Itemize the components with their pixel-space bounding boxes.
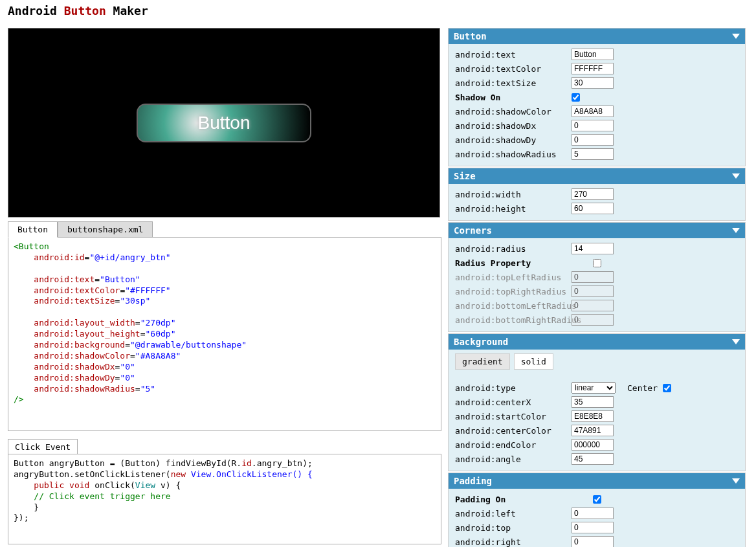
lbl-bg-type: android:type bbox=[455, 383, 572, 393]
lbl-textsize: android:textSize bbox=[455, 78, 572, 88]
tab-buttonshape-xml[interactable]: buttonshape.xml bbox=[58, 221, 153, 238]
tab-button-xml[interactable]: Button bbox=[8, 221, 58, 238]
select-bg-type[interactable]: linear bbox=[572, 382, 616, 394]
panel-corners-header[interactable]: Corners bbox=[449, 223, 745, 238]
input-radius[interactable] bbox=[572, 243, 614, 254]
chevron-down-icon bbox=[732, 339, 740, 344]
panel-corners: Corners android:radius Radius Property a… bbox=[448, 222, 746, 332]
preview-canvas: Button bbox=[8, 28, 440, 218]
input-shadowdx[interactable] bbox=[572, 120, 614, 131]
check-shadow-on[interactable] bbox=[572, 93, 580, 102]
lbl-bl-radius: android:bottomLeftRadius bbox=[455, 301, 572, 311]
check-center[interactable] bbox=[663, 384, 671, 392]
input-height[interactable] bbox=[572, 203, 614, 214]
lbl-text: android:text bbox=[455, 50, 572, 60]
input-angle[interactable] bbox=[572, 453, 614, 465]
input-shadowdy[interactable] bbox=[572, 134, 614, 146]
lbl-pad-top: android:top bbox=[455, 523, 572, 533]
input-textsize[interactable] bbox=[572, 77, 614, 89]
panel-button-header[interactable]: Button bbox=[449, 28, 745, 44]
panel-background-header[interactable]: Background bbox=[449, 334, 745, 350]
input-text[interactable] bbox=[572, 49, 614, 60]
lbl-centercolor: android:centerColor bbox=[455, 426, 572, 436]
panel-size: Size android:width android:height bbox=[448, 168, 746, 221]
input-pad-right[interactable] bbox=[572, 536, 614, 547]
lbl-radius: android:radius bbox=[455, 244, 572, 254]
click-event-header: Click Event bbox=[8, 439, 78, 454]
lbl-centerx: android:centerX bbox=[455, 397, 572, 407]
lbl-br-radius: android:bottomRightRadius bbox=[455, 315, 572, 325]
check-padding-on[interactable] bbox=[593, 495, 601, 504]
lbl-angle: android:angle bbox=[455, 454, 572, 464]
lbl-radius-prop: Radius Property bbox=[455, 258, 572, 268]
click-code-box: Button angryButton = (Button) findViewBy… bbox=[8, 454, 441, 544]
lbl-pad-right: android:right bbox=[455, 537, 572, 547]
lbl-startcolor: android:startColor bbox=[455, 412, 572, 421]
input-centercolor[interactable] bbox=[572, 425, 614, 436]
lbl-shadowdx: android:shadowDx bbox=[455, 121, 572, 131]
input-shadowradius[interactable] bbox=[572, 148, 614, 160]
input-textcolor[interactable] bbox=[572, 63, 614, 74]
page-title: Android Button Maker bbox=[0, 0, 756, 17]
input-centerx[interactable] bbox=[572, 396, 614, 408]
chevron-down-icon bbox=[732, 173, 740, 179]
input-startcolor[interactable] bbox=[572, 410, 614, 422]
input-tl-radius bbox=[572, 271, 614, 283]
input-br-radius bbox=[572, 314, 614, 326]
xml-code-box: <Button android:id="@+id/angry_btn" andr… bbox=[8, 237, 441, 431]
panel-background: Background gradient solid android:type l… bbox=[448, 333, 746, 471]
preview-button[interactable]: Button bbox=[137, 104, 311, 142]
lbl-tr-radius: android:topRightRadius bbox=[455, 287, 572, 296]
lbl-pad-left: android:left bbox=[455, 509, 572, 519]
lbl-padding-on: Padding On bbox=[455, 495, 572, 504]
chevron-down-icon bbox=[732, 478, 740, 484]
chevron-down-icon bbox=[732, 228, 740, 233]
lbl-center: Center bbox=[627, 383, 658, 393]
input-bl-radius bbox=[572, 300, 614, 311]
lbl-shadowdy: android:shadowDy bbox=[455, 135, 572, 145]
check-radius-prop[interactable] bbox=[593, 259, 601, 267]
panel-padding-header[interactable]: Padding bbox=[449, 473, 745, 489]
input-pad-top[interactable] bbox=[572, 522, 614, 533]
panel-button: Button android:text android:textColor an… bbox=[448, 28, 746, 166]
lbl-endcolor: android:endColor bbox=[455, 440, 572, 450]
lbl-width: android:width bbox=[455, 190, 572, 199]
input-shadowcolor[interactable] bbox=[572, 106, 614, 117]
panel-padding: Padding Padding On android:left android:… bbox=[448, 473, 746, 547]
input-pad-left[interactable] bbox=[572, 508, 614, 519]
lbl-shadowradius: android:shadowRadius bbox=[455, 150, 572, 159]
input-width[interactable] bbox=[572, 188, 614, 200]
lbl-textcolor: android:textColor bbox=[455, 64, 572, 74]
input-tr-radius bbox=[572, 285, 614, 297]
lbl-tl-radius: android:topLeftRadius bbox=[455, 273, 572, 282]
tab-gradient[interactable]: gradient bbox=[455, 353, 510, 370]
input-endcolor[interactable] bbox=[572, 439, 614, 451]
chevron-down-icon bbox=[732, 34, 740, 39]
tab-solid[interactable]: solid bbox=[514, 353, 553, 370]
lbl-shadowcolor: android:shadowColor bbox=[455, 107, 572, 117]
lbl-shadow-on: Shadow On bbox=[455, 93, 572, 102]
lbl-height: android:height bbox=[455, 204, 572, 214]
panel-size-header[interactable]: Size bbox=[449, 168, 745, 184]
